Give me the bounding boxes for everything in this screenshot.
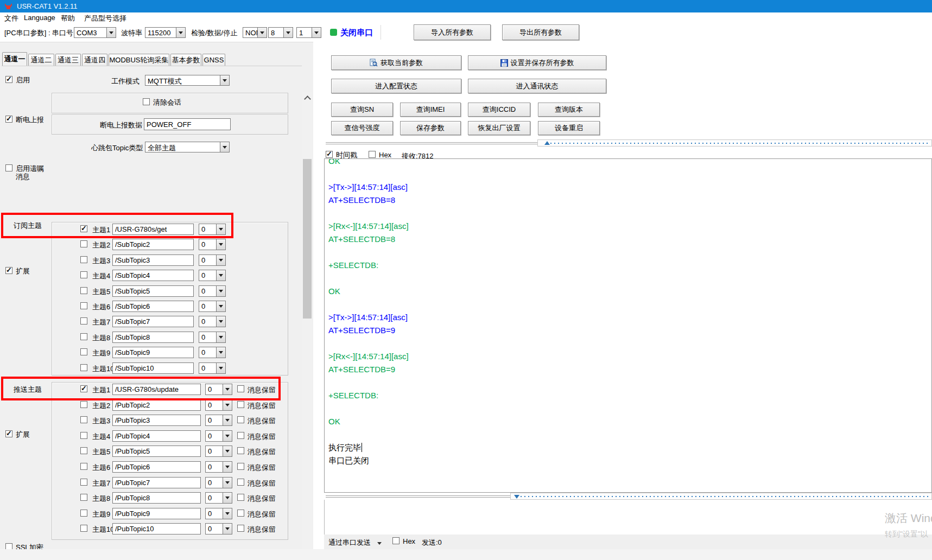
topic-input[interactable] bbox=[112, 399, 201, 411]
tab-4[interactable]: 通道四 bbox=[82, 54, 107, 66]
chevron-down-icon[interactable] bbox=[216, 347, 225, 358]
retain-checkbox[interactable] bbox=[237, 447, 244, 454]
topic-checkbox[interactable] bbox=[80, 494, 87, 501]
topic-qos-select[interactable]: 0 bbox=[199, 270, 226, 281]
poweroff-data-input[interactable] bbox=[144, 118, 231, 130]
send-hex-checkbox[interactable] bbox=[392, 537, 400, 544]
tab-3[interactable]: 通道三 bbox=[55, 54, 81, 66]
enter-comm-button[interactable]: 进入通讯状态 bbox=[468, 79, 606, 93]
retain-checkbox[interactable] bbox=[237, 416, 244, 423]
topic-checkbox[interactable] bbox=[80, 432, 87, 439]
enter-config-button[interactable]: 进入配置状态 bbox=[331, 79, 461, 93]
topic-qos-select[interactable]: 0 bbox=[205, 492, 232, 504]
topic-checkbox[interactable] bbox=[80, 348, 87, 355]
topic-input[interactable] bbox=[112, 446, 201, 457]
retain-checkbox[interactable] bbox=[237, 385, 244, 392]
scroll-up-icon[interactable] bbox=[304, 96, 311, 103]
topic-input[interactable] bbox=[112, 508, 201, 519]
topic-checkbox[interactable] bbox=[80, 317, 87, 324]
scrollbar-thumb[interactable] bbox=[303, 159, 312, 319]
topic-qos-select[interactable]: 0 bbox=[199, 301, 226, 312]
trackbar-thumb-icon[interactable] bbox=[514, 495, 519, 499]
topic-input[interactable] bbox=[112, 523, 201, 534]
topic-input[interactable] bbox=[112, 347, 194, 358]
retain-checkbox[interactable] bbox=[237, 432, 244, 439]
chevron-down-icon[interactable] bbox=[223, 431, 232, 441]
retain-checkbox[interactable] bbox=[237, 494, 244, 501]
left-panel-scrollbar[interactable] bbox=[302, 92, 312, 560]
log-output[interactable]: OK >[Tx->][14:57:14][asc]AT+SELECTDB=8 >… bbox=[324, 158, 932, 493]
chevron-down-icon[interactable] bbox=[223, 478, 232, 488]
chevron-down-icon[interactable] bbox=[216, 286, 225, 296]
menu-item-2[interactable]: Language bbox=[24, 14, 55, 22]
parity-select[interactable]: NONI bbox=[243, 27, 267, 38]
chevron-down-icon[interactable] bbox=[216, 332, 225, 342]
menu-item-3[interactable]: 帮助 bbox=[61, 14, 75, 23]
topic-input[interactable] bbox=[112, 332, 194, 343]
chevron-down-icon[interactable] bbox=[176, 28, 185, 37]
will-message-checkbox[interactable] bbox=[5, 164, 12, 171]
menu-item-1[interactable]: 文件 bbox=[4, 14, 18, 23]
topic-checkbox[interactable] bbox=[80, 240, 87, 247]
topic-input[interactable] bbox=[112, 239, 194, 250]
topic-input[interactable] bbox=[112, 430, 201, 442]
topic-qos-select[interactable]: 0 bbox=[205, 399, 232, 411]
topic-input[interactable] bbox=[112, 362, 194, 374]
chevron-down-icon[interactable] bbox=[223, 508, 232, 519]
topic-qos-select[interactable]: 0 bbox=[199, 362, 226, 374]
chevron-down-icon[interactable] bbox=[220, 142, 229, 152]
query-iccid-button[interactable]: 查询ICCID bbox=[468, 103, 530, 117]
topic-checkbox[interactable] bbox=[80, 271, 87, 278]
topic-qos-select[interactable]: 0 bbox=[205, 446, 232, 457]
chevron-down-icon[interactable] bbox=[223, 493, 232, 503]
port-select[interactable]: COM3 bbox=[74, 27, 116, 38]
import-params-button[interactable]: 导入所有参数 bbox=[414, 24, 491, 40]
topic-qos-select[interactable]: 0 bbox=[205, 523, 232, 534]
topic-qos-select[interactable]: 0 bbox=[205, 430, 232, 442]
chevron-down-icon[interactable] bbox=[216, 301, 225, 311]
chevron-down-icon[interactable] bbox=[223, 415, 232, 425]
topic-input[interactable] bbox=[112, 477, 201, 488]
query-version-button[interactable]: 查询版本 bbox=[538, 103, 600, 117]
topic-checkbox[interactable] bbox=[80, 287, 87, 294]
chevron-down-icon[interactable] bbox=[223, 462, 232, 472]
tab-6[interactable]: 基本参数 bbox=[170, 54, 201, 66]
topic-checkbox[interactable] bbox=[80, 256, 87, 263]
export-params-button[interactable]: 导出所有参数 bbox=[502, 24, 579, 40]
topic-input[interactable] bbox=[112, 316, 194, 327]
retain-checkbox[interactable] bbox=[237, 510, 244, 517]
topic-qos-select[interactable]: 0 bbox=[205, 477, 232, 488]
timestamp-checkbox[interactable] bbox=[326, 151, 333, 158]
chevron-down-icon[interactable] bbox=[216, 224, 225, 234]
topic-input[interactable] bbox=[112, 384, 201, 395]
topic-checkbox[interactable] bbox=[80, 385, 87, 392]
topic-checkbox[interactable] bbox=[80, 401, 87, 408]
extend-sub-checkbox[interactable] bbox=[5, 267, 12, 274]
databits-select[interactable]: 8 bbox=[268, 27, 293, 38]
topic-checkbox[interactable] bbox=[80, 463, 87, 470]
enable-checkbox[interactable] bbox=[5, 76, 12, 83]
topic-qos-select[interactable]: 0 bbox=[205, 384, 232, 395]
topic-checkbox[interactable] bbox=[80, 447, 87, 454]
chevron-down-icon[interactable] bbox=[216, 363, 225, 373]
chevron-down-icon[interactable] bbox=[216, 316, 225, 327]
topic-qos-select[interactable]: 0 bbox=[199, 254, 226, 266]
topic-checkbox[interactable] bbox=[80, 479, 87, 486]
query-signal-button[interactable]: 查信号强度 bbox=[331, 121, 393, 135]
retain-checkbox[interactable] bbox=[237, 463, 244, 470]
topic-qos-select[interactable]: 0 bbox=[205, 415, 232, 426]
reboot-button[interactable]: 设备重启 bbox=[538, 121, 600, 135]
chevron-down-icon[interactable] bbox=[223, 400, 232, 410]
query-sn-button[interactable]: 查询SN bbox=[331, 103, 393, 117]
chevron-down-icon[interactable] bbox=[220, 75, 229, 85]
hex-checkbox[interactable] bbox=[369, 151, 376, 158]
chevron-down-icon[interactable] bbox=[283, 28, 293, 37]
tab-5[interactable]: MODBUS轮询采集 bbox=[109, 54, 169, 66]
topic-input[interactable] bbox=[112, 492, 201, 504]
get-params-button[interactable]: 获取当前参数 bbox=[331, 55, 461, 70]
chevron-down-icon[interactable] bbox=[223, 524, 232, 534]
topic-checkbox[interactable] bbox=[80, 333, 87, 340]
topic-checkbox[interactable] bbox=[80, 416, 87, 423]
log-trackbar-top[interactable] bbox=[537, 139, 932, 147]
tab-2[interactable]: 通道二 bbox=[28, 54, 54, 66]
